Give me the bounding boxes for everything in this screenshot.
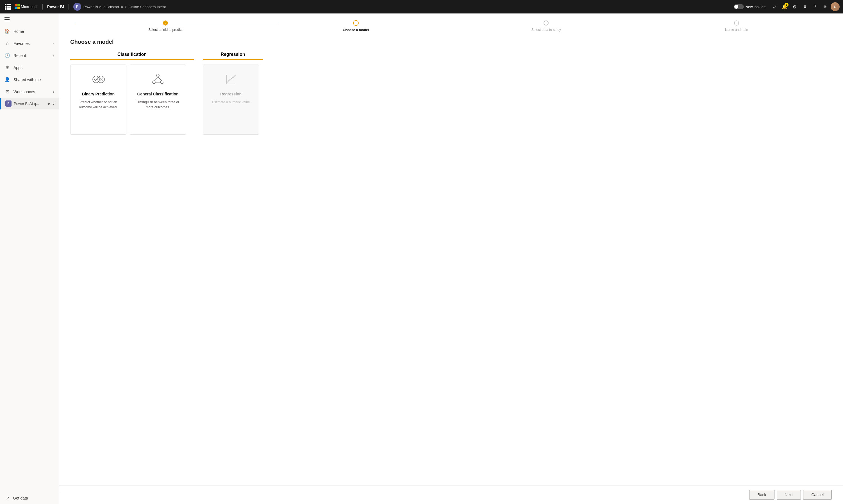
workspace-settings-icon[interactable]: ◆ — [47, 101, 51, 106]
sidebar-item-workspaces[interactable]: ⊡ Workspaces › — [0, 86, 59, 98]
workspace-icon: P — [5, 101, 12, 107]
classification-cards: Binary Prediction Predict whether or not… — [70, 65, 194, 135]
breadcrumb-workspace[interactable]: Power BI AI quickstart — [83, 5, 119, 9]
apps-icon: ⊞ — [4, 65, 10, 70]
recent-icon: 🕐 — [4, 53, 10, 58]
svg-point-12 — [227, 80, 229, 82]
sidebar-item-powerbi-ai[interactable]: P Power BI AI q... ◆ ∨ — [0, 98, 59, 109]
svg-point-16 — [234, 75, 236, 77]
wizard-step-3: Select data to study — [451, 20, 641, 32]
wizard-steps: ✓ Select a field to predict Choose a mod… — [59, 14, 843, 32]
wizard-step-2: Choose a model — [261, 20, 451, 32]
step-3-circle — [544, 20, 549, 25]
breadcrumb-sep: > — [125, 5, 127, 9]
breadcrumb-page: Online Shoppers Intent — [128, 5, 166, 9]
notifications-button[interactable]: 🔔 1 — [780, 2, 789, 11]
sidebar-home-label: Home — [14, 29, 54, 34]
page-content: Choose a model Classification — [59, 32, 843, 485]
general-classification-icon — [150, 72, 166, 87]
workspace-label: Power BI AI q... — [14, 102, 45, 106]
step-1-circle: ✓ — [163, 20, 168, 25]
get-data-button[interactable]: ↗ Get data — [0, 492, 59, 504]
microsoft-logo: Microsoft — [15, 4, 37, 9]
sidebar-favorites-label: Favorites — [14, 41, 50, 46]
toggle-label: New look off — [745, 5, 765, 9]
regression-card[interactable]: Regression Estimate a numeric value — [203, 65, 259, 135]
download-icon: ⬇ — [803, 4, 807, 10]
regression-icon — [223, 72, 239, 87]
step-2-circle — [353, 20, 359, 26]
workspaces-icon: ⊡ — [4, 89, 10, 94]
step-4-circle — [734, 20, 739, 25]
back-button[interactable]: Back — [749, 490, 774, 500]
general-classification-card[interactable]: General Classification Distinguish betwe… — [130, 65, 186, 135]
binary-prediction-card[interactable]: Binary Prediction Predict whether or not… — [70, 65, 126, 135]
regression-desc: Estimate a numeric value — [212, 100, 250, 105]
classification-header: Classification — [70, 52, 194, 60]
sidebar-item-favorites[interactable]: ☆ Favorites › — [0, 37, 59, 49]
content-area: ✓ Select a field to predict Choose a mod… — [59, 14, 843, 504]
binary-prediction-desc: Predict whether or not an outcome will b… — [75, 100, 122, 110]
notification-badge: 1 — [785, 3, 789, 7]
breadcrumb-diamond: ◆ — [121, 5, 123, 9]
download-button[interactable]: ⬇ — [800, 2, 809, 11]
feedback-button[interactable]: ☺ — [821, 2, 829, 11]
ai-workspace-icon[interactable]: P — [73, 3, 81, 11]
wizard-step-1: ✓ Select a field to predict — [70, 20, 261, 32]
step-3-label: Select data to study — [532, 28, 561, 32]
toggle-thumb — [734, 5, 738, 9]
svg-line-8 — [158, 77, 162, 81]
cancel-button[interactable]: Cancel — [803, 490, 832, 500]
general-classification-name: General Classification — [137, 92, 178, 96]
avatar-image: U — [831, 2, 840, 11]
shared-icon: 👤 — [4, 77, 10, 82]
workspace-actions: ◆ ∨ — [47, 101, 55, 106]
chevron-right-icon-3: › — [53, 90, 54, 93]
chevron-right-icon: › — [53, 42, 54, 45]
step-1-label: Select a field to predict — [148, 28, 182, 32]
step-4-label: Name and train — [725, 28, 748, 32]
microsoft-label: Microsoft — [21, 4, 37, 9]
regression-name: Regression — [220, 92, 242, 96]
home-icon: 🏠 — [4, 29, 10, 34]
brand-label: Power BI — [47, 4, 64, 9]
sidebar-spacer — [0, 109, 59, 492]
chevron-right-icon-2: › — [53, 54, 54, 57]
settings-button[interactable]: ⚙ — [790, 2, 799, 11]
svg-point-13 — [229, 79, 230, 80]
model-categories: Classification — [70, 52, 832, 135]
expand-button[interactable]: ⤢ — [770, 2, 779, 11]
get-data-icon: ↗ — [4, 495, 10, 501]
collapse-nav-button[interactable] — [0, 14, 59, 25]
svg-point-4 — [156, 74, 159, 77]
nav-action-icons: ⤢ 🔔 1 ⚙ ⬇ ? ☺ U — [770, 2, 840, 11]
sidebar-item-home[interactable]: 🏠 Home — [0, 25, 59, 37]
gear-icon: ⚙ — [793, 4, 797, 10]
new-look-toggle[interactable]: New look off — [732, 3, 768, 11]
app-grid-button[interactable] — [3, 2, 12, 11]
next-button[interactable]: Next — [777, 490, 801, 500]
binary-prediction-icon — [90, 72, 106, 87]
regression-cards: Regression Estimate a numeric value — [203, 65, 263, 135]
user-avatar[interactable]: U — [831, 2, 840, 11]
favorites-icon: ☆ — [4, 41, 10, 46]
help-button[interactable]: ? — [810, 2, 820, 11]
regression-section: Regression — [203, 52, 263, 135]
svg-point-5 — [153, 81, 155, 84]
top-navigation: Microsoft Power BI P Power BI AI quickst… — [0, 0, 843, 14]
sidebar-item-apps[interactable]: ⊞ Apps — [0, 61, 59, 73]
general-classification-desc: Distinguish between three or more outcom… — [135, 100, 181, 110]
question-icon: ? — [814, 4, 816, 9]
binary-prediction-name: Binary Prediction — [82, 92, 115, 96]
toggle-switch[interactable] — [734, 4, 744, 9]
sidebar-item-recent[interactable]: 🕐 Recent › — [0, 49, 59, 61]
wizard-step-4: Name and train — [641, 20, 832, 32]
svg-point-0 — [93, 76, 100, 83]
smile-icon: ☺ — [823, 4, 827, 9]
sidebar-item-shared[interactable]: 👤 Shared with me — [0, 73, 59, 86]
step-2-label: Choose a model — [343, 28, 369, 32]
page-footer: Back Next Cancel — [59, 485, 843, 504]
classification-section: Classification — [70, 52, 194, 135]
get-data-label: Get data — [13, 496, 28, 500]
workspace-chevron-icon[interactable]: ∨ — [52, 101, 55, 106]
